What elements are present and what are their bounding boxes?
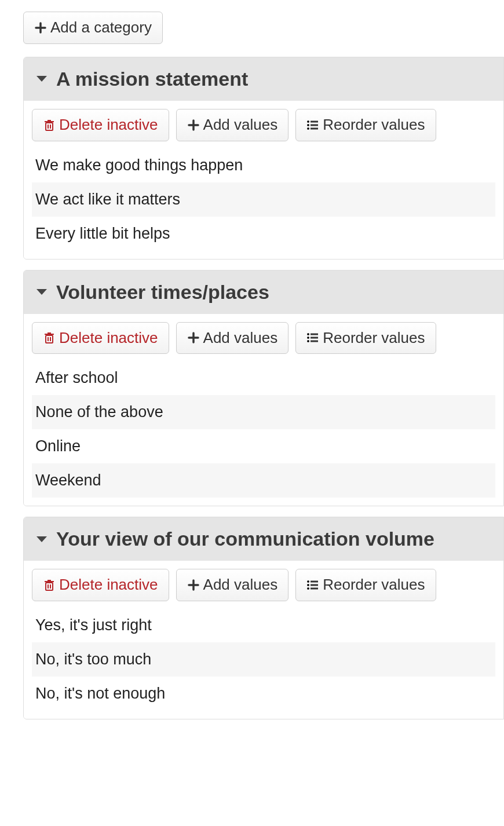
delete-inactive-button[interactable]: Delete inactive: [32, 322, 169, 354]
reorder-values-label: Reorder values: [323, 328, 425, 348]
category-body: Delete inactiveAdd valuesReorder valuesW…: [24, 101, 503, 259]
reorder-values-label: Reorder values: [323, 575, 425, 595]
plus-icon: [187, 579, 200, 591]
value-row[interactable]: None of the above: [32, 395, 495, 429]
reorder-values-label: Reorder values: [323, 115, 425, 135]
value-row[interactable]: Yes, it's just right: [32, 608, 495, 642]
category-action-row: Delete inactiveAdd valuesReorder values: [32, 322, 495, 354]
caret-down-icon: [36, 536, 47, 542]
add-category-button[interactable]: Add a category: [23, 12, 163, 44]
category-panel: Your view of our communication volumeDel…: [23, 517, 504, 719]
add-values-label: Add values: [203, 328, 278, 348]
value-row[interactable]: We make good things happen: [32, 148, 495, 182]
reorder-values-button[interactable]: Reorder values: [295, 322, 436, 354]
reorder-values-button[interactable]: Reorder values: [295, 569, 436, 601]
category-panel: A mission statementDelete inactiveAdd va…: [23, 57, 504, 260]
list-icon: [306, 331, 319, 344]
value-row[interactable]: We act like it matters: [32, 182, 495, 217]
reorder-values-button[interactable]: Reorder values: [295, 109, 436, 141]
value-row[interactable]: No, it's not enough: [32, 677, 495, 711]
category-title: Your view of our communication volume: [56, 528, 434, 550]
add-values-button[interactable]: Add values: [176, 322, 289, 354]
delete-inactive-label: Delete inactive: [59, 115, 158, 135]
category-body: Delete inactiveAdd valuesReorder valuesY…: [24, 561, 503, 719]
value-row[interactable]: After school: [32, 361, 495, 395]
category-body: Delete inactiveAdd valuesReorder valuesA…: [24, 314, 503, 506]
value-row[interactable]: Every little bit helps: [32, 217, 495, 251]
trash-icon: [43, 119, 56, 131]
plus-icon: [187, 119, 200, 131]
category-action-row: Delete inactiveAdd valuesReorder values: [32, 569, 495, 601]
trash-icon: [43, 331, 56, 344]
category-header[interactable]: Your view of our communication volume: [24, 517, 503, 561]
list-icon: [306, 579, 319, 591]
value-row[interactable]: No, it's too much: [32, 642, 495, 677]
delete-inactive-button[interactable]: Delete inactive: [32, 569, 169, 601]
add-category-label: Add a category: [50, 18, 152, 38]
caret-down-icon: [36, 76, 47, 82]
category-panel: Volunteer times/placesDelete inactiveAdd…: [23, 270, 504, 507]
category-header[interactable]: A mission statement: [24, 57, 503, 101]
caret-down-icon: [36, 289, 47, 295]
trash-icon: [43, 579, 56, 591]
category-header[interactable]: Volunteer times/places: [24, 271, 503, 314]
value-row[interactable]: Online: [32, 429, 495, 463]
list-icon: [306, 119, 319, 131]
category-action-row: Delete inactiveAdd valuesReorder values: [32, 109, 495, 141]
plus-icon: [187, 331, 200, 344]
category-title: Volunteer times/places: [56, 281, 269, 304]
value-row[interactable]: Weekend: [32, 463, 495, 498]
add-values-button[interactable]: Add values: [176, 569, 289, 601]
plus-icon: [34, 21, 47, 34]
add-values-button[interactable]: Add values: [176, 109, 289, 141]
delete-inactive-button[interactable]: Delete inactive: [32, 109, 169, 141]
delete-inactive-label: Delete inactive: [59, 328, 158, 348]
delete-inactive-label: Delete inactive: [59, 575, 158, 595]
category-title: A mission statement: [56, 68, 248, 90]
add-values-label: Add values: [203, 115, 278, 135]
add-values-label: Add values: [203, 575, 278, 595]
